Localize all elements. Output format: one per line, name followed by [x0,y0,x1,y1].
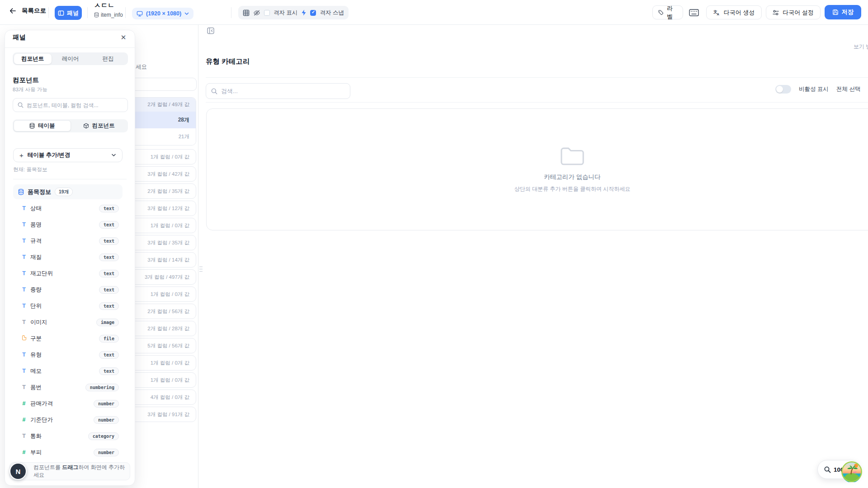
screen-title-block: ㅅㄷㄴ item_info [94,1,123,18]
category-search-box [206,83,350,99]
field-type-icon: # [20,400,28,407]
back-to-list-button[interactable]: 목록으로 [9,7,46,15]
panel-button-label: 패널 [67,9,79,17]
chevron-down-icon [184,12,189,15]
grid-icon[interactable] [243,9,250,16]
screen-subtitle-row: item_info [94,12,123,18]
screen-subtitle: item_info [101,12,123,18]
table-name: 품목정보 [28,188,51,196]
field-row[interactable]: T 상태 text [13,200,123,216]
column-resize-handle[interactable] [199,267,203,272]
drag-hint-bar: 컴포넌트를 드래그하여 화면에 추가하세요 [9,462,130,480]
field-row[interactable]: T 중량 text [13,282,123,298]
field-type-icon: T [20,221,28,228]
field-type-icon: T [20,384,28,390]
multilang-settings-button[interactable]: 다국어 설정 [766,5,821,19]
field-type-badge: text [99,270,119,277]
field-row[interactable]: # 부피 number [13,444,123,460]
label-button[interactable]: 라벨 [652,5,683,19]
eye-off-icon[interactable] [253,9,260,16]
monitor-icon [137,11,143,17]
panel-title: 패널 [13,33,26,42]
svg-text:A: A [717,12,719,16]
panel-toggle-button[interactable]: 패널 [55,6,82,20]
divider [206,102,868,103]
grid-show-checkbox[interactable] [264,10,270,16]
user-avatar: N [9,463,27,480]
field-row[interactable]: T 규격 text [13,233,123,249]
field-type-icon: T [20,319,28,325]
field-row[interactable]: T 메모 text [13,363,123,379]
components-panel: 패널 ✕ 컴포넌트 레이어 편집 컴포넌트 83개 사용 가능 테이블 컴포넌트 [5,30,135,486]
back-label: 목록으로 [22,7,46,15]
arrow-left-icon [9,7,16,14]
toolbar-separator [231,7,231,18]
field-row[interactable]: # 판매가격 number [13,395,123,412]
label-button-text: 라벨 [667,5,677,21]
field-name: 구분 [30,335,42,343]
panel-search-input[interactable] [27,102,123,108]
current-table-label: 현재: 품목정보 [13,166,47,173]
screen-size-value: (868 × 488) [146,10,181,17]
field-row[interactable]: T 이미지 image [13,314,123,330]
search-icon [18,102,24,108]
search-icon [211,88,217,94]
multilang-generate-button[interactable]: 文 A 다국어 생성 [706,5,762,19]
screen-size-dropdown[interactable]: (868 × 488) [132,8,193,19]
toolbar-separator [48,7,49,18]
field-type-icon: # [20,417,28,423]
close-icon[interactable]: ✕ [118,33,128,42]
inactive-toggle[interactable] [775,85,791,94]
column-hint-fragment: 세요 [136,63,147,71]
field-name: 규격 [30,237,42,245]
view-mode-label[interactable]: 보기 방식 [854,43,868,51]
field-row[interactable]: 구분 file [13,330,123,347]
field-type-badge: number [94,416,119,424]
field-type-icon: # [20,449,28,455]
collapse-panel-icon[interactable] [207,27,214,34]
field-row[interactable]: T 단위 text [13,298,123,314]
save-icon [832,9,839,15]
empty-state-description: 상단의 대분류 추가 버튼을 클릭하여 시작하세요 [514,185,631,193]
panel-icon [58,10,64,16]
section-subtitle: 83개 사용 가능 [13,86,47,93]
field-type-icon: T [20,205,28,211]
select-all-button[interactable]: 전체 선택 [836,85,860,93]
grid-snap-label: 격자 스냅 [320,9,344,17]
field-type-badge: image [96,319,119,326]
field-row[interactable]: T 재질 text [13,249,123,265]
field-name: 부피 [30,449,42,456]
save-button[interactable]: 저장 [825,5,861,19]
field-type-badge: text [99,253,119,261]
add-table-label: 테이블 추가/변경 [28,151,70,159]
field-row[interactable]: # 기준단가 number [13,412,123,428]
field-row[interactable]: T 품번 numbering [13,379,123,395]
source-tab-table[interactable]: 테이블 [14,120,71,131]
field-row[interactable]: T 통화 category [13,428,123,444]
field-row[interactable]: T 품명 text [13,216,123,233]
tab-layers[interactable]: 레이어 [52,54,89,64]
add-table-dropdown[interactable]: + 테이블 추가/변경 [13,148,123,162]
sliders-icon [773,9,779,16]
field-type-icon: T [20,286,28,293]
field-row[interactable]: T 유형 text [13,347,123,363]
grid-snap-checkbox[interactable] [310,10,316,16]
toolbar-separator [87,7,88,18]
category-search-input[interactable] [221,88,345,94]
inactive-toggle-label: 비활성 표시 [799,85,829,93]
field-name: 기준단가 [30,416,53,424]
field-type-icon: T [20,352,28,358]
source-tab-component[interactable]: 컴포넌트 [71,120,127,131]
field-row[interactable]: T 재고단위 text [13,265,123,282]
field-type-badge: text [99,286,119,294]
translate-icon: 文 A [713,9,720,16]
tab-edit[interactable]: 편집 [89,54,127,64]
tab-components[interactable]: 컴포넌트 [14,54,52,64]
divider [5,47,135,48]
category-controls: 비활성 표시 전체 선택 전 [775,85,868,94]
island-badge-icon [841,461,862,482]
save-button-text: 저장 [842,8,854,16]
table-header-row[interactable]: 품목정보 19개 [13,184,123,199]
cube-icon [83,123,89,129]
keyboard-icon[interactable] [689,9,699,16]
